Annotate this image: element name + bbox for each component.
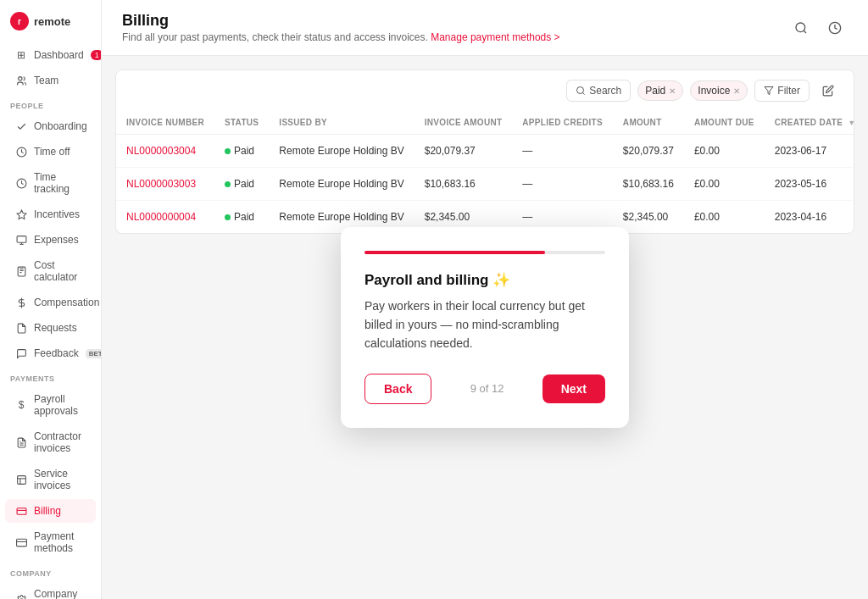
sidebar-item-team[interactable]: Team (5, 69, 96, 92)
dashboard-badge: 1 (91, 50, 102, 60)
sidebar-item-incentives[interactable]: Incentives (5, 202, 96, 226)
sidebar-item-label: Payroll approvals (34, 393, 86, 417)
payment-methods-icon (15, 536, 27, 548)
sidebar-item-onboarding[interactable]: Onboarding (5, 114, 96, 138)
sidebar-item-time-tracking[interactable]: Time tracking (5, 165, 96, 201)
svg-marker-3 (17, 210, 26, 219)
sidebar-item-label: Feedback (34, 347, 79, 359)
cost-calculator-icon (15, 265, 27, 277)
svg-point-0 (18, 76, 21, 80)
company-settings-icon (15, 594, 27, 599)
logo-icon: r (10, 12, 29, 31)
sidebar-item-label: Payment methods (34, 530, 86, 554)
sidebar-item-label: Time off (34, 146, 70, 158)
sidebar-item-label: Company settings (34, 588, 86, 599)
sidebar-item-label: Team (34, 75, 58, 86)
sidebar-item-compensation[interactable]: Compensation (5, 291, 96, 314)
contractor-invoices-icon (15, 436, 27, 448)
feedback-icon (15, 347, 27, 359)
dashboard-icon: ⊞ (15, 49, 27, 61)
sidebar-item-dashboard[interactable]: ⊞ Dashboard 1 (5, 43, 96, 67)
modal-body: Pay workers in their local currency but … (364, 297, 605, 352)
content-area: Search Paid ✕ Invoice ✕ Filter (102, 56, 868, 599)
company-section-label: COMPANY (0, 561, 101, 581)
service-invoices-icon (15, 474, 27, 485)
page-header: Billing Find all your past payments, che… (122, 12, 560, 43)
beta-badge: BETA (86, 349, 102, 358)
back-button[interactable]: Back (364, 374, 431, 404)
time-tracking-icon (15, 177, 27, 189)
sidebar-item-requests[interactable]: Requests (5, 316, 96, 340)
sidebar-item-label: Cost calculator (34, 259, 86, 283)
svg-rect-19 (16, 539, 26, 546)
compensation-icon (15, 297, 27, 308)
sidebar-item-payment-methods[interactable]: Payment methods (5, 524, 96, 560)
step-indicator: 9 of 12 (470, 382, 504, 395)
modal-title: Payroll and billing ✨ (364, 271, 605, 289)
billing-icon (15, 505, 27, 517)
onboarding-icon (15, 120, 27, 132)
payments-section-label: PAYMENTS (0, 366, 101, 386)
incentives-icon (15, 208, 27, 220)
sidebar-item-contractor-invoices[interactable]: Contractor invoices (5, 424, 96, 460)
sidebar-item-billing[interactable]: Billing (5, 499, 96, 523)
svg-line-30 (804, 31, 806, 33)
expenses-icon (15, 234, 27, 246)
logo-text: remote (34, 15, 70, 28)
svg-rect-14 (17, 475, 25, 484)
progress-bar-track (364, 251, 605, 254)
sidebar-item-time-off[interactable]: Time off (5, 140, 96, 164)
sidebar-item-company-settings[interactable]: Company settings (5, 582, 96, 599)
sidebar-item-label: Time tracking (34, 171, 86, 195)
sidebar-item-label: Dashboard (34, 49, 84, 61)
team-icon (15, 75, 27, 86)
sidebar: r remote ⊞ Dashboard 1 Team PEOPLE Onboa… (0, 0, 102, 599)
sidebar-item-label: Expenses (34, 234, 79, 246)
logo: r remote (0, 0, 101, 42)
top-bar: Billing Find all your past payments, che… (102, 0, 868, 56)
sidebar-item-feedback[interactable]: Feedback BETA (5, 341, 96, 365)
modal-footer: Back 9 of 12 Next (364, 374, 605, 404)
time-off-icon (15, 146, 27, 158)
page-subtitle: Find all your past payments, check their… (122, 31, 560, 43)
requests-icon (15, 322, 27, 334)
modal-overlay: Payroll and billing ✨ Pay workers in the… (102, 56, 868, 599)
search-top-icon[interactable] (788, 15, 814, 41)
top-bar-actions (788, 15, 848, 41)
sidebar-item-label: Billing (34, 505, 61, 517)
sidebar-item-label: Requests (34, 322, 77, 334)
main-content: Billing Find all your past payments, che… (102, 0, 868, 599)
svg-rect-4 (17, 236, 26, 242)
sidebar-item-label: Incentives (34, 208, 80, 220)
modal-card: Payroll and billing ✨ Pay workers in the… (341, 227, 629, 427)
manage-link[interactable]: Manage payment methods > (431, 31, 559, 43)
svg-point-29 (796, 23, 805, 32)
payroll-approvals-icon: $ (15, 399, 27, 411)
progress-bar-fill (364, 251, 545, 254)
svg-rect-17 (17, 507, 26, 514)
sidebar-item-payroll-approvals[interactable]: $ Payroll approvals (5, 387, 96, 423)
sparkle-icon: ✨ (492, 272, 510, 288)
page-title: Billing (122, 12, 560, 30)
clock-icon[interactable] (822, 15, 848, 41)
sidebar-item-expenses[interactable]: Expenses (5, 228, 96, 252)
sidebar-item-label: Service invoices (34, 468, 86, 491)
sidebar-item-service-invoices[interactable]: Service invoices (5, 462, 96, 497)
next-button[interactable]: Next (542, 374, 605, 403)
people-section-label: PEOPLE (0, 93, 101, 114)
sidebar-item-label: Compensation (34, 297, 99, 308)
sidebar-item-label: Onboarding (34, 120, 87, 132)
sidebar-item-label: Contractor invoices (34, 430, 86, 454)
sidebar-item-cost-calculator[interactable]: Cost calculator (5, 253, 96, 289)
